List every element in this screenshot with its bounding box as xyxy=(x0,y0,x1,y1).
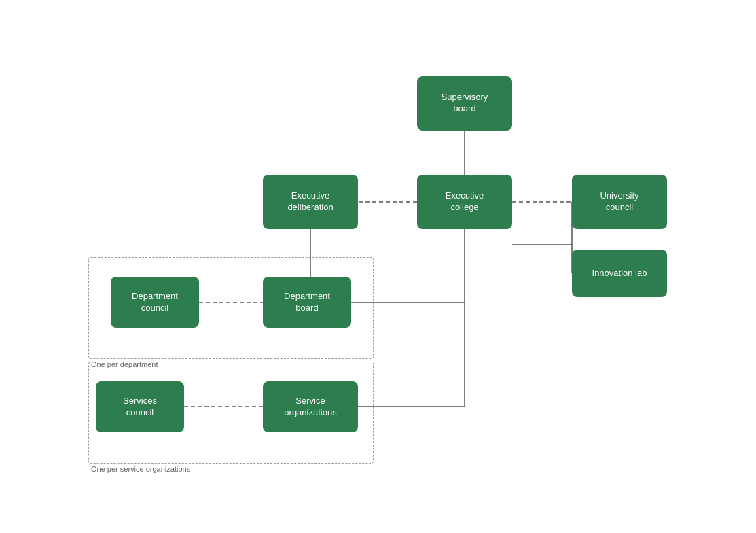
department-board-node: Department board xyxy=(263,277,351,328)
supervisory-board-node: Supervisory board xyxy=(417,76,512,131)
department-council-node: Department council xyxy=(111,277,199,328)
executive-deliberation-node: Executive deliberation xyxy=(263,175,358,229)
diagram-container: One per department One per service organ… xyxy=(0,0,756,533)
university-council-node: University council xyxy=(572,175,667,229)
innovation-lab-node: Innovation lab xyxy=(572,250,667,297)
service-organizations-node: Service organizations xyxy=(263,381,358,432)
executive-college-node: Executive college xyxy=(417,175,512,229)
services-council-node: Services council xyxy=(96,381,184,432)
